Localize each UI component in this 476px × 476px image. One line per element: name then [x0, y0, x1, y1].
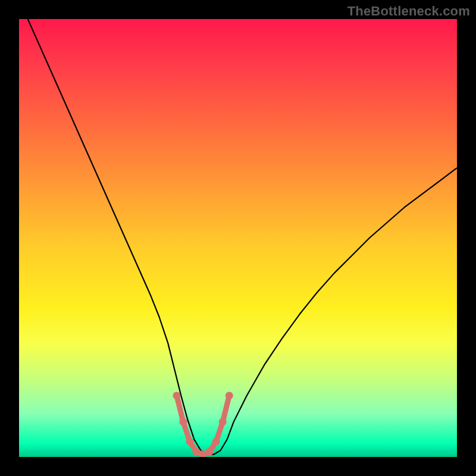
- valley-point: [206, 448, 214, 456]
- valley-point: [226, 392, 233, 399]
- valley-point: [173, 392, 180, 399]
- valley-point: [212, 438, 220, 446]
- curve-main: [28, 19, 457, 455]
- watermark-text: TheBottleneck.com: [347, 4, 470, 19]
- valley-point: [186, 438, 194, 446]
- plot-area: [19, 19, 457, 457]
- chart-frame: TheBottleneck.com: [0, 0, 476, 476]
- valley-point: [219, 418, 227, 426]
- valley-point: [180, 418, 187, 426]
- chart-svg: [19, 19, 457, 457]
